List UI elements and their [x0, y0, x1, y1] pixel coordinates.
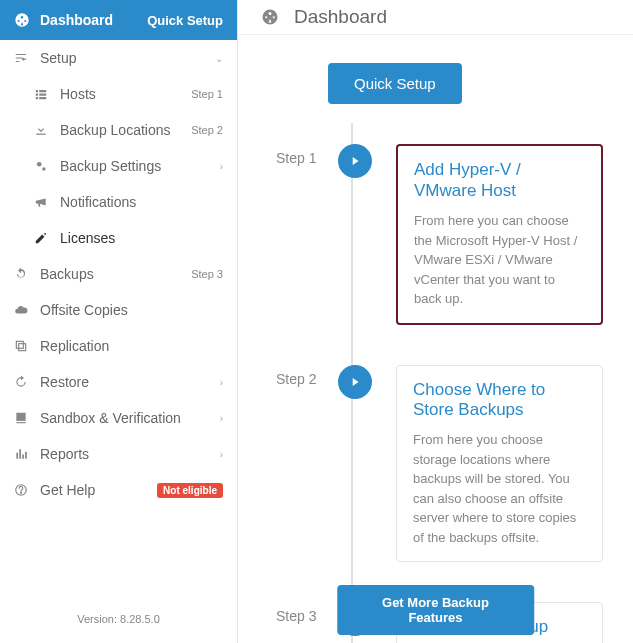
step-1: Step 1 Add Hyper-V / VMware Host From he… — [338, 144, 603, 324]
chevron-right-icon: › — [220, 161, 223, 172]
svg-point-0 — [37, 162, 42, 167]
nav-hosts[interactable]: Hosts Step 1 — [0, 76, 237, 112]
list-icon — [34, 87, 50, 101]
sidebar-header: Dashboard Quick Setup — [0, 0, 237, 40]
step-1-card[interactable]: Add Hyper-V / VMware Host From here you … — [396, 144, 603, 324]
nav-backup-settings-label: Backup Settings — [60, 158, 220, 174]
dashboard-icon — [14, 12, 30, 28]
page-title: Dashboard — [294, 6, 387, 28]
nav-setup[interactable]: Setup ⌄ — [0, 40, 237, 76]
step-2-title: Choose Where to Store Backups — [413, 380, 586, 421]
nav-backups-meta: Step 3 — [191, 268, 223, 280]
step-3-label: Step 3 — [276, 608, 316, 624]
step-2-card[interactable]: Choose Where to Store Backups From here … — [396, 365, 603, 563]
edit-icon — [34, 231, 50, 245]
sidebar-quick-setup-link[interactable]: Quick Setup — [147, 13, 223, 28]
quick-setup-button[interactable]: Quick Setup — [328, 63, 462, 104]
svg-rect-5 — [16, 422, 25, 423]
step-2-desc: From here you choose storage locations w… — [413, 430, 586, 547]
main-header: Dashboard — [238, 0, 633, 35]
nav-replication[interactable]: Replication — [0, 328, 237, 364]
nav-reports[interactable]: Reports › — [0, 436, 237, 472]
nav-hosts-label: Hosts — [60, 86, 191, 102]
history-icon — [14, 375, 30, 389]
nav-reports-label: Reports — [40, 446, 220, 462]
not-eligible-badge: Not eligible — [157, 483, 223, 498]
chevron-right-icon: › — [220, 413, 223, 424]
cloud-icon — [14, 303, 30, 317]
svg-rect-3 — [19, 344, 26, 351]
nav-backup-settings[interactable]: Backup Settings › — [0, 148, 237, 184]
download-icon — [34, 123, 50, 137]
step-2-label: Step 2 — [276, 371, 316, 387]
main: Dashboard Quick Setup Step 1 Add Hyper-V… — [238, 0, 633, 643]
version-label: Version: 8.28.5.0 — [0, 595, 237, 643]
nav-restore[interactable]: Restore › — [0, 364, 237, 400]
refresh-icon — [14, 267, 30, 281]
sidebar-title[interactable]: Dashboard — [40, 12, 113, 28]
nav-backup-locations-meta: Step 2 — [191, 124, 223, 136]
shield-icon — [14, 411, 30, 425]
step-2-circle[interactable] — [338, 365, 372, 399]
nav-offsite-label: Offsite Copies — [40, 302, 223, 318]
nav-setup-label: Setup — [40, 50, 215, 66]
bar-chart-icon — [14, 447, 30, 461]
nav-offsite[interactable]: Offsite Copies — [0, 292, 237, 328]
nav-replication-label: Replication — [40, 338, 223, 354]
gears-icon — [34, 159, 50, 173]
nav-hosts-meta: Step 1 — [191, 88, 223, 100]
svg-rect-4 — [16, 413, 25, 421]
svg-point-1 — [42, 167, 46, 171]
nav-backups[interactable]: Backups Step 3 — [0, 256, 237, 292]
nav-help[interactable]: Get Help Not eligible — [0, 472, 237, 508]
dashboard-icon — [260, 7, 280, 27]
nav-sandbox-label: Sandbox & Verification — [40, 410, 220, 426]
help-icon — [14, 483, 30, 497]
nav-backups-label: Backups — [40, 266, 191, 282]
step-1-label: Step 1 — [276, 150, 316, 166]
step-1-title: Add Hyper-V / VMware Host — [414, 160, 585, 201]
nav-backup-locations[interactable]: Backup Locations Step 2 — [0, 112, 237, 148]
nav-notifications[interactable]: Notifications — [0, 184, 237, 220]
megaphone-icon — [34, 195, 50, 209]
nav-help-label: Get Help — [40, 482, 157, 498]
nav-restore-label: Restore — [40, 374, 220, 390]
nav-licenses-label: Licenses — [60, 230, 223, 246]
get-more-features-button[interactable]: Get More Backup Features — [337, 585, 535, 635]
nav-notifications-label: Notifications — [60, 194, 223, 210]
chevron-down-icon: ⌄ — [215, 53, 223, 64]
copy-icon — [14, 339, 30, 353]
step-1-circle[interactable] — [338, 144, 372, 178]
step-2: Step 2 Choose Where to Store Backups Fro… — [338, 365, 603, 563]
step-1-desc: From here you can choose the Microsoft H… — [414, 211, 585, 309]
nav-licenses[interactable]: Licenses — [0, 220, 237, 256]
svg-point-7 — [21, 492, 22, 493]
sliders-icon — [14, 51, 30, 65]
sidebar: Dashboard Quick Setup Setup ⌄ Hosts Step… — [0, 0, 238, 643]
nav-backup-locations-label: Backup Locations — [60, 122, 191, 138]
chevron-right-icon: › — [220, 449, 223, 460]
svg-rect-2 — [16, 341, 23, 348]
nav-sandbox[interactable]: Sandbox & Verification › — [0, 400, 237, 436]
chevron-right-icon: › — [220, 377, 223, 388]
